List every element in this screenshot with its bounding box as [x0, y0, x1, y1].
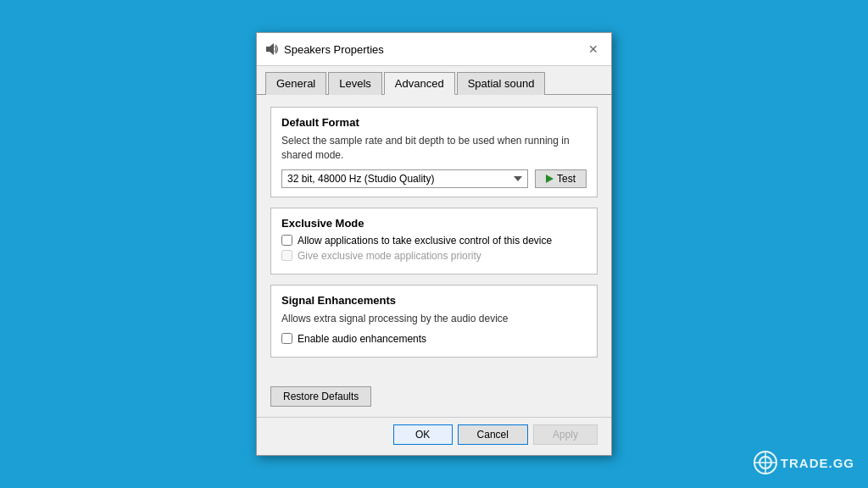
tab-content: Default Format Select the sample rate an…	[257, 95, 611, 379]
test-button[interactable]: Test	[535, 169, 587, 188]
speakers-properties-dialog: Speakers Properties ✕ General Levels Adv…	[256, 32, 612, 455]
watermark-text: TRADE.GG	[781, 456, 854, 470]
default-format-title: Default Format	[281, 116, 587, 129]
restore-defaults-button[interactable]: Restore Defaults	[270, 386, 371, 407]
play-icon	[546, 175, 554, 183]
exclusive-mode-section: Exclusive Mode Allow applications to tak…	[270, 208, 598, 274]
ok-button[interactable]: OK	[393, 424, 453, 445]
exclusive-mode-title: Exclusive Mode	[281, 217, 587, 230]
footer-area: Restore Defaults	[257, 380, 611, 417]
exclusive-control-checkbox[interactable]	[281, 235, 292, 246]
watermark-logo	[754, 451, 777, 474]
title-bar: Speakers Properties ✕	[257, 33, 611, 66]
apply-button[interactable]: Apply	[533, 424, 598, 445]
exclusive-control-label: Allow applications to take exclusive con…	[298, 235, 552, 247]
test-label: Test	[557, 173, 576, 185]
tab-advanced[interactable]: Advanced	[384, 72, 455, 95]
format-select[interactable]: 32 bit, 48000 Hz (Studio Quality)	[281, 169, 528, 188]
svg-rect-0	[266, 47, 270, 52]
audio-enhancements-checkbox[interactable]	[281, 333, 292, 344]
exclusive-control-row: Allow applications to take exclusive con…	[281, 235, 587, 247]
default-format-description: Select the sample rate and bit depth to …	[281, 134, 587, 163]
exclusive-priority-checkbox[interactable]	[281, 250, 292, 261]
watermark: TRADE.GG	[754, 451, 854, 474]
exclusive-priority-row: Give exclusive mode applications priorit…	[281, 250, 587, 262]
audio-enhancements-label: Enable audio enhancements	[298, 333, 426, 345]
speaker-icon	[265, 42, 279, 56]
dialog-title: Speakers Properties	[284, 43, 384, 56]
title-bar-left: Speakers Properties	[265, 42, 384, 56]
dialog-buttons: OK Cancel Apply	[257, 417, 611, 455]
tab-levels[interactable]: Levels	[328, 72, 382, 95]
close-button[interactable]: ✕	[584, 40, 603, 58]
tab-spatial-sound[interactable]: Spatial sound	[457, 72, 546, 95]
signal-enhancements-title: Signal Enhancements	[281, 294, 587, 307]
svg-marker-1	[270, 43, 274, 55]
tabs-bar: General Levels Advanced Spatial sound	[257, 66, 611, 95]
format-row: 32 bit, 48000 Hz (Studio Quality) Test	[281, 169, 587, 188]
audio-enhancements-row: Enable audio enhancements	[281, 333, 587, 345]
exclusive-priority-label: Give exclusive mode applications priorit…	[298, 250, 481, 262]
cancel-button[interactable]: Cancel	[458, 424, 528, 445]
default-format-section: Default Format Select the sample rate an…	[270, 107, 598, 197]
signal-enhancements-section: Signal Enhancements Allows extra signal …	[270, 285, 598, 358]
signal-enhancements-description: Allows extra signal processing by the au…	[281, 312, 587, 326]
tab-general[interactable]: General	[265, 72, 326, 95]
